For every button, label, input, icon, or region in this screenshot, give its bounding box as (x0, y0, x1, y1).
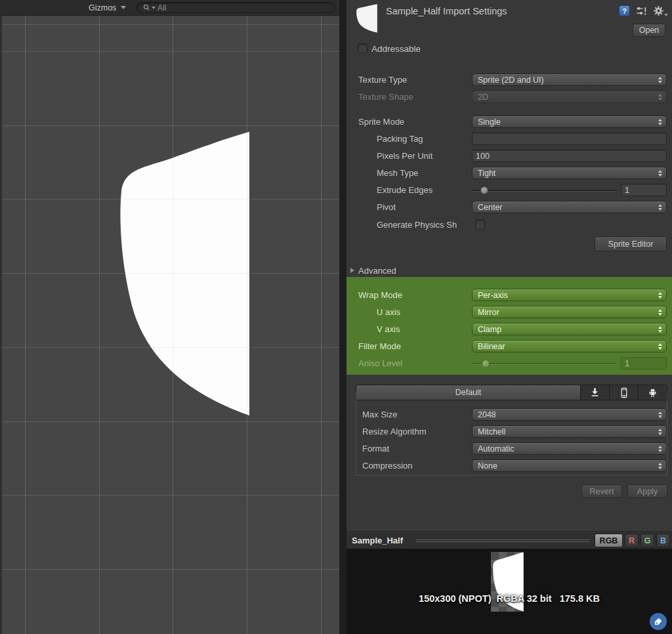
generate-physics-checkbox[interactable] (475, 219, 485, 229)
gizmos-label: Gizmos (89, 3, 116, 12)
texture-settings-highlight: Wrap Mode Per-axis U axis Mirror V axis … (346, 277, 672, 375)
preview-asset-name: Sample_Half (352, 532, 403, 549)
filter-mode-row: Filter Mode Bilinear (346, 340, 672, 352)
generate-physics-label: Generate Physics Sh (377, 219, 457, 231)
filter-mode-dropdown[interactable]: Bilinear (472, 340, 667, 352)
dropdown-arrows-icon (658, 201, 662, 213)
scene-viewport[interactable] (0, 15, 339, 634)
header-icon-group: ? (619, 5, 668, 16)
u-axis-row: U axis Mirror (346, 306, 672, 318)
mesh-type-row: Mesh Type Tight (346, 167, 672, 179)
max-size-row: Max Size 2048 (346, 408, 672, 421)
asset-label-icon[interactable] (650, 613, 667, 630)
resize-algorithm-dropdown[interactable]: Mitchell (472, 425, 667, 438)
dropdown-arrows-icon (658, 167, 662, 179)
slider-knob[interactable] (480, 186, 488, 194)
wrap-mode-dropdown[interactable]: Per-axis (472, 289, 667, 301)
advanced-foldout[interactable]: Advanced (350, 264, 396, 276)
preview-area: 150x300 (NPOT) RGBA 32 bit 175.8 KB (346, 549, 672, 634)
viewport-left-edge (0, 15, 2, 634)
half-shield-sprite[interactable] (112, 130, 250, 417)
pixels-per-unit-field[interactable] (472, 150, 667, 162)
texture-type-row: Texture Type Sprite (2D and UI) (346, 74, 672, 86)
max-size-label: Max Size (362, 408, 397, 421)
search-filter-text: All (158, 3, 166, 12)
dropdown-arrows-icon (658, 91, 662, 102)
sprite-mode-dropdown[interactable]: Single (472, 116, 667, 128)
u-axis-label: U axis (377, 306, 400, 318)
dropdown-arrows-icon (658, 443, 662, 454)
revert-button[interactable]: Revert (581, 484, 622, 498)
resize-algorithm-row: Resize Algorithm Mitchell (346, 425, 672, 438)
dropdown-arrows-icon (658, 460, 662, 471)
dropdown-arrows-icon (658, 409, 662, 420)
compression-row: Compression None (346, 459, 672, 472)
texture-type-label: Texture Type (358, 74, 407, 86)
dropdown-arrows-icon (658, 289, 662, 301)
channel-rgb-button[interactable]: RGB (595, 534, 623, 547)
pixels-per-unit-row: Pixels Per Unit (346, 150, 672, 162)
open-button[interactable]: Open (633, 24, 665, 37)
extrude-edges-label: Extrude Edges (377, 184, 432, 196)
magnifier-icon (142, 3, 151, 12)
sprite-mode-label: Sprite Mode (358, 116, 404, 128)
pivot-label: Pivot (377, 201, 396, 213)
presets-icon[interactable] (636, 5, 647, 16)
search-filter-caret-icon (152, 7, 156, 9)
unity-editor-window: Gizmos All Sample_H (0, 0, 672, 634)
aniso-level-row: Aniso Level (346, 357, 672, 370)
preview-drag-handle-icon[interactable] (416, 539, 589, 542)
extrude-edges-value-field[interactable] (621, 184, 667, 196)
texture-shape-row: Texture Shape 2D (346, 91, 672, 103)
foldout-triangle-icon (350, 268, 354, 273)
inspector-title: Sample_Half Import Settings (386, 6, 507, 16)
pivot-row: Pivot Center (346, 201, 672, 213)
sprite-mode-row: Sprite Mode Single (346, 116, 672, 128)
apply-button[interactable]: Apply (627, 484, 667, 498)
max-size-dropdown[interactable]: 2048 (472, 408, 667, 421)
channel-b-button[interactable]: B (656, 534, 670, 547)
mesh-type-label: Mesh Type (377, 167, 418, 179)
asset-thumbnail-icon (355, 4, 377, 33)
v-axis-row: V axis Clamp (346, 323, 672, 335)
compression-dropdown[interactable]: None (472, 459, 667, 472)
scene-toolbar: Gizmos All (0, 0, 339, 16)
wrap-mode-row: Wrap Mode Per-axis (346, 289, 672, 301)
packing-tag-row: Packing Tag (346, 133, 672, 145)
wrap-mode-label: Wrap Mode (358, 289, 402, 301)
format-dropdown[interactable]: Automatic (472, 442, 667, 455)
gizmos-dropdown[interactable]: Gizmos (89, 0, 126, 15)
dropdown-arrows-icon (658, 74, 662, 85)
dropdown-arrows-icon (658, 324, 662, 335)
inspector-panel: Sample_Half Import Settings ? (346, 0, 672, 634)
pane-divider[interactable] (339, 0, 346, 634)
mesh-type-dropdown[interactable]: Tight (472, 167, 667, 179)
compression-label: Compression (362, 459, 413, 472)
packing-tag-field[interactable] (472, 133, 667, 145)
sprite-editor-button[interactable]: Sprite Editor (595, 236, 667, 251)
v-axis-dropdown[interactable]: Clamp (472, 323, 667, 335)
generate-physics-row: Generate Physics Sh (346, 219, 672, 231)
texture-shape-label: Texture Shape (358, 91, 413, 103)
texture-shape-dropdown: 2D (472, 91, 667, 103)
v-axis-label: V axis (377, 323, 400, 335)
help-book-icon[interactable]: ? (619, 5, 630, 16)
pivot-dropdown[interactable]: Center (472, 201, 667, 213)
gear-caret-icon (664, 14, 668, 16)
extrude-edges-row: Extrude Edges (346, 184, 672, 196)
channel-r-button[interactable]: R (625, 534, 639, 547)
gear-icon[interactable] (653, 5, 668, 16)
extrude-edges-slider[interactable] (472, 184, 616, 196)
channel-g-button[interactable]: G (640, 534, 654, 547)
preview-header[interactable]: Sample_Half RGB R G B (346, 532, 672, 549)
pixels-per-unit-label: Pixels Per Unit (377, 150, 432, 162)
u-axis-dropdown[interactable]: Mirror (472, 306, 667, 318)
addressable-label: Addressable (371, 43, 421, 54)
caret-down-icon (121, 6, 126, 9)
aniso-level-label: Aniso Level (358, 357, 402, 370)
scene-search-input[interactable]: All (136, 2, 335, 13)
addressable-checkbox[interactable] (358, 43, 368, 53)
dropdown-arrows-icon (658, 306, 662, 318)
texture-type-dropdown[interactable]: Sprite (2D and UI) (472, 74, 667, 86)
scene-view: Gizmos All (0, 0, 339, 634)
